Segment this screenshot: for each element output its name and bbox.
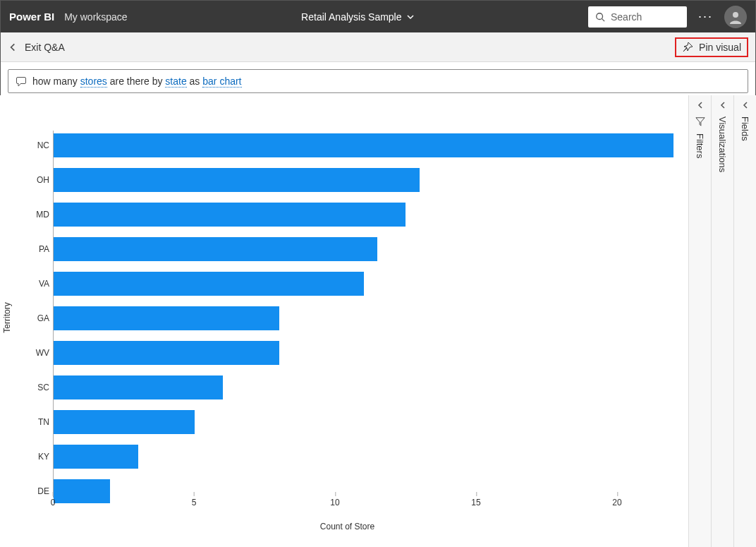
chevron-left-icon [8,42,18,52]
brand-label: Power BI [9,11,54,23]
fields-panel-collapsed[interactable]: Fields [733,95,756,547]
workspace-name[interactable]: My workspace [64,11,127,23]
bar-row: TN [54,407,673,437]
exit-qna-label: Exit Q&A [25,42,65,53]
chat-icon [16,76,27,87]
bar-row: NC [54,131,673,160]
qna-input[interactable]: how many stores are there by state as ba… [8,69,748,93]
qna-text-part: as [187,76,203,87]
filters-panel-collapsed[interactable]: Filters [688,95,711,547]
pin-visual-button[interactable]: Pin visual [675,37,748,57]
chart-visual[interactable]: Territory NCOHMDPAVAGAWVSCTNKYDE 0510152… [0,95,688,547]
bar[interactable] [54,306,279,330]
pin-visual-label: Pin visual [699,42,741,53]
category-label: SC [24,373,49,402]
plot-area: NCOHMDPAVAGAWVSCTNKYDE [53,131,673,498]
chevron-left-icon [741,101,750,109]
search-input[interactable]: Search [588,6,687,28]
chevron-left-icon [696,101,705,109]
bar-row: KY [54,442,673,471]
more-options-button[interactable]: ··· [694,9,717,24]
qna-text-part: how many [32,76,80,87]
bar[interactable] [54,445,138,469]
qna-term-stores: stores [80,76,107,88]
y-axis-label: Territory [2,302,12,332]
bar-row: PA [54,234,673,264]
qna-text: how many stores are there by state as ba… [32,76,242,87]
bar-row: WV [54,338,673,368]
category-label: WV [24,338,49,368]
report-title-dropdown[interactable]: Retail Analysis Sample [138,11,578,23]
bar[interactable] [54,237,377,261]
x-tick: 0 [51,498,56,507]
bar[interactable] [54,375,223,399]
x-tick: 15 [471,498,480,507]
category-label: KY [24,442,49,471]
qna-term-bar-chart: bar chart [202,76,241,88]
bar-row: MD [54,200,673,229]
app-header: Power BI My workspace Retail Analysis Sa… [1,1,755,32]
x-axis-label: Count of Store [14,522,681,531]
category-label: VA [24,269,49,299]
user-avatar[interactable] [724,6,747,28]
exit-qna-button[interactable]: Exit Q&A [8,42,65,53]
visualizations-panel-collapsed[interactable]: Visualizations [711,95,733,547]
chart-inner: Territory NCOHMDPAVAGAWVSCTNKYDE 0510152… [14,102,681,533]
bar[interactable] [54,410,195,434]
filter-icon [695,116,705,126]
bar-row: GA [54,303,673,333]
bar-row: OH [54,165,673,195]
chevron-left-icon [719,101,727,109]
bar[interactable] [54,133,673,157]
visualizations-panel-label: Visualizations [717,116,728,172]
bar-row: VA [54,269,673,299]
x-tick: 10 [330,498,339,507]
pin-icon [682,42,693,53]
bar[interactable] [54,203,406,227]
svg-rect-3 [17,78,26,84]
svg-point-2 [733,12,738,18]
report-title-text: Retail Analysis Sample [301,11,401,23]
bar-row: SC [54,373,673,402]
bar[interactable] [54,341,279,365]
x-axis: 05101520 [53,498,673,512]
bar[interactable] [54,272,364,296]
filters-panel-label: Filters [695,133,705,158]
category-label: NC [24,131,49,160]
category-label: OH [24,165,49,195]
svg-point-0 [597,13,603,19]
category-label: DE [24,476,49,506]
x-tick: 5 [192,498,197,507]
qna-term-state: state [165,76,186,88]
qna-text-part: are there by [107,76,166,87]
category-label: TN [24,407,49,437]
category-label: PA [24,234,49,264]
fields-panel-label: Fields [740,116,750,141]
main-area: Territory NCOHMDPAVAGAWVSCTNKYDE 0510152… [0,95,756,547]
qna-container: how many stores are there by state as ba… [1,62,755,93]
header-right: Search ··· [588,6,747,28]
bar[interactable] [54,168,420,192]
x-tick: 20 [612,498,621,507]
search-placeholder: Search [611,11,642,23]
category-label: GA [24,303,49,333]
search-icon [595,12,605,22]
command-bar: Exit Q&A Pin visual [1,32,755,62]
category-label: MD [24,200,49,229]
svg-line-1 [602,18,605,21]
chevron-down-icon [406,13,415,21]
